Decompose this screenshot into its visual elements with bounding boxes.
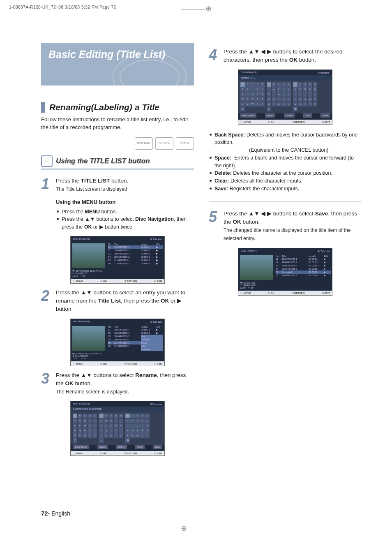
keyboard-lowercase: abcdefghijklmnopqrstuvwxyz xyxy=(99,414,123,443)
screenshot-title-list-renamed: DVD-RAM(VR)⊕ Title List 📷 Sports (A1) ⊙ … xyxy=(238,248,332,296)
kb-delete: Delete xyxy=(284,113,295,118)
keyboard-lowercase: abcdefghijklmnopqrstuvwxyz xyxy=(267,82,291,111)
section-tick-icon xyxy=(41,102,45,113)
step-5: 5 Press the ▲▼ ◀ ▶ buttons to select Sav… xyxy=(209,210,362,243)
section-title: Renaming(Labeling) a Title xyxy=(49,102,159,112)
hand-icon: ☞ xyxy=(41,155,53,167)
subsection-heading: ☞ Using the TITLE LIST button xyxy=(41,155,194,167)
subsection-underline xyxy=(41,169,194,170)
page-title-banner: Basic Editing (Title List) xyxy=(41,43,194,86)
menu-bullets: Press the MENU button. Press the ▲▼ butt… xyxy=(56,208,194,231)
rename-entry-field: 21/APR/2005 12:00 PR12__ xyxy=(71,407,164,412)
step-number: 1 xyxy=(41,177,52,231)
screenshot-rename-2: DVD-RAM(VR)⊕ Rename Sports(A1) __ ABCDEF… xyxy=(238,69,332,125)
step-text: Press the TITLE LIST button. xyxy=(56,178,128,184)
kb-backspace: Back Space xyxy=(240,113,256,118)
title-table: No.TitleLengthEdit 0119/APR/2005 100:00:… xyxy=(108,243,163,265)
keyboard-uppercase: ABCDEFGHIJKLMNOPQRSTUVWXYZ xyxy=(73,414,97,443)
crop-mark-bottom: ⊕ xyxy=(181,524,187,533)
disc-logo-ram: DVD-RAM xyxy=(135,137,153,150)
rename-entry-field: Sports(A1) __ xyxy=(238,75,332,80)
kb-delete: Delete xyxy=(116,445,127,449)
title-table: No.TitleLengthEdit 0119/APR/2005 100:00:… xyxy=(108,326,163,351)
thumbnail-image xyxy=(72,243,105,268)
step-4: 4 Press the ▲▼ ◀ ▶ buttons to select the… xyxy=(209,48,362,65)
screenshot-title-list-popup: DVD-RAM(VR)⊕ Title List 📷 21/APR/2005 12… xyxy=(70,319,165,366)
kb-space: Space xyxy=(97,445,108,449)
screenshot-title-list-1: DVD-RAM(VR)⊕ Title List 📷 19/APR/2005 12… xyxy=(70,236,165,284)
onscreen-keyboard: ABCDEFGHIJKLMNOPQRSTUVWXYZ abcdefghijklm… xyxy=(238,80,332,113)
step-3: 3 Press the ▲▼ buttons to select Rename,… xyxy=(41,371,194,396)
kb-clear: Clear xyxy=(135,445,145,449)
step-subtext: The Title List screen is displayed xyxy=(56,186,127,192)
thumbnail-image xyxy=(72,326,105,351)
step-2: 2 Press the ▲▼ buttons to select an entr… xyxy=(41,289,194,314)
title-table: No.TitleLengthEdit 0119/APR/2005 100:00:… xyxy=(276,255,331,277)
disc-logo-r: DVD-R xyxy=(176,137,194,150)
thumbnail-image xyxy=(240,255,273,280)
kb-save: Save xyxy=(321,113,330,118)
onscreen-keyboard: ABCDEFGHIJKLMNOPQRSTUVWXYZ abcdefghijklm… xyxy=(71,412,164,445)
step-number: 2 xyxy=(41,289,52,314)
divider xyxy=(209,201,362,201)
key-definitions: Back Space: Deletes and moves the cursor… xyxy=(209,131,362,193)
step-number: 4 xyxy=(209,48,219,65)
step-1: 1 Press the TITLE LIST button. The Title… xyxy=(41,177,194,231)
crop-mark-top: ⊕ xyxy=(181,4,212,13)
disc-logo-rw: DVD-RW xyxy=(155,137,173,150)
menu-subheading: Using the MENU button xyxy=(56,198,194,206)
section-intro: Follow these instructions to rename a ti… xyxy=(41,116,194,132)
page-footer: 72- English xyxy=(41,510,70,517)
keyboard-numsyms: 1234567890-._^+=★●♣♠●♦♥〔〕☎ xyxy=(293,82,317,111)
kb-clear: Clear xyxy=(303,113,312,118)
kb-backspace: Back Space xyxy=(73,445,89,449)
subsection-title: Using the TITLE LIST button xyxy=(56,157,150,165)
keyboard-numsyms: 1234567890-._^+=★●♣♠●♦♥〔〕☎ xyxy=(125,414,150,443)
step-number: 5 xyxy=(209,210,219,243)
print-slug: 1-00687A-R120-UK_72~88 3/10/05 5:32 PM P… xyxy=(9,5,116,9)
disc-compat-row: DVD-RAM DVD-RW DVD-R xyxy=(41,137,194,150)
step-number: 3 xyxy=(41,371,52,396)
keyboard-uppercase: ABCDEFGHIJKLMNOPQRSTUVWXYZ xyxy=(240,82,265,111)
kb-save: Save xyxy=(153,445,162,449)
kb-space: Space xyxy=(265,113,276,118)
section-heading: Renaming(Labeling) a Title xyxy=(41,102,194,113)
screenshot-rename-1: DVD-RAM(VR)⊕ Rename 21/APR/2005 12:00 PR… xyxy=(70,401,165,456)
